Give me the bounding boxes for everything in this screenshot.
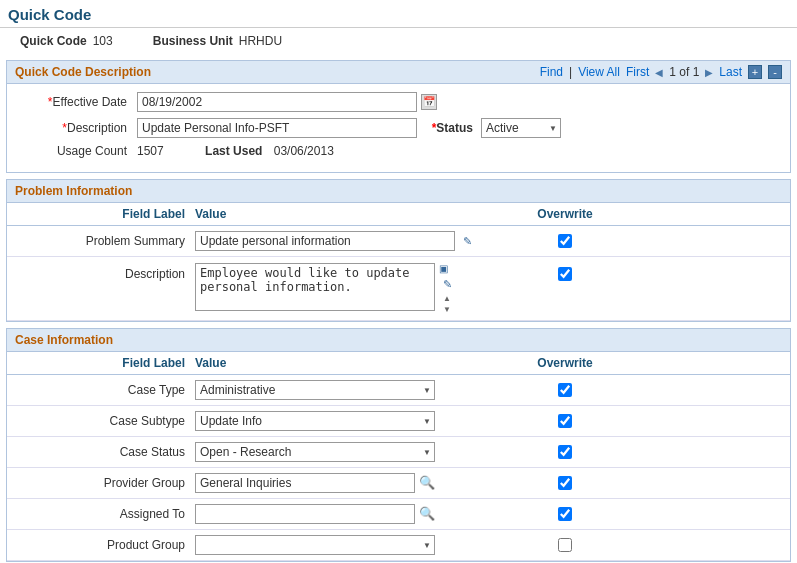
case-col-value: Value — [195, 356, 515, 370]
problem-description-textarea[interactable]: Employee would like to update personal i… — [195, 263, 435, 311]
provider-group-search-icon[interactable]: 🔍 — [419, 475, 435, 491]
problem-description-overwrite-checkbox[interactable] — [558, 267, 572, 281]
case-info-header: Case Information — [7, 329, 790, 352]
problem-summary-input[interactable] — [195, 231, 455, 251]
quick-code-form: *Effective Date 📅 *Description *Status A… — [7, 84, 790, 172]
last-used-label: Last Used — [205, 144, 262, 158]
case-status-label: Case Status — [15, 445, 195, 459]
remove-row-button[interactable]: - — [768, 65, 782, 79]
quick-code-description-header: Quick Code Description Find | View All F… — [7, 61, 790, 84]
quick-code-label: Quick Code — [20, 34, 87, 48]
problem-summary-label: Problem Summary — [15, 234, 195, 248]
case-table-header: Field Label Value Overwrite — [7, 352, 790, 375]
add-row-button[interactable]: + — [748, 65, 762, 79]
problem-summary-overwrite-checkbox[interactable] — [558, 234, 572, 248]
product-group-dropdown-wrap — [195, 535, 435, 555]
case-type-dropdown-wrap: Administrative General Technical — [195, 380, 435, 400]
provider-group-overwrite — [515, 476, 615, 490]
next-arrow-icon[interactable]: ▶ — [705, 67, 713, 78]
assigned-to-row: Assigned To 🔍 — [7, 499, 790, 530]
effective-date-label: *Effective Date — [23, 95, 133, 109]
problem-description-overwrite — [515, 263, 615, 281]
page-title: Quick Code — [0, 0, 797, 28]
scroll-up-icon[interactable]: ▲ — [439, 294, 455, 303]
problem-description-row: Description Employee would like to updat… — [7, 257, 790, 321]
case-status-select[interactable]: Open - Research Closed Pending — [195, 442, 435, 462]
usage-count-label: Usage Count — [23, 144, 133, 158]
description-input[interactable] — [137, 118, 417, 138]
assigned-to-input[interactable] — [195, 504, 415, 524]
description-edit-icon[interactable]: ✎ — [439, 276, 455, 292]
usage-lastused-row: Usage Count 1507 Last Used 03/06/2013 — [23, 144, 774, 158]
pagination-info: 1 of 1 — [669, 65, 699, 79]
last-label[interactable]: Last — [719, 65, 742, 79]
case-subtype-select[interactable]: Update Info New Request Other — [195, 411, 435, 431]
status-label: *Status — [432, 121, 477, 135]
assigned-to-overwrite — [515, 507, 615, 521]
case-subtype-overwrite — [515, 414, 615, 428]
usage-count-value: 1507 — [137, 144, 164, 158]
case-type-value-cell: Administrative General Technical — [195, 380, 515, 400]
section-title-qcd: Quick Code Description — [15, 65, 151, 79]
find-link[interactable]: Find — [540, 65, 563, 79]
expand-icon[interactable]: ▣ — [439, 263, 455, 274]
case-type-overwrite-checkbox[interactable] — [558, 383, 572, 397]
problem-description-value-cell: Employee would like to update personal i… — [195, 263, 515, 314]
effective-date-input[interactable] — [137, 92, 417, 112]
case-status-dropdown-wrap: Open - Research Closed Pending — [195, 442, 435, 462]
assigned-to-overwrite-checkbox[interactable] — [558, 507, 572, 521]
provider-group-value-cell: 🔍 — [195, 473, 515, 493]
assigned-to-value-cell: 🔍 — [195, 504, 515, 524]
case-type-select[interactable]: Administrative General Technical — [195, 380, 435, 400]
business-unit-value: HRHDU — [239, 34, 282, 48]
problem-summary-row: Problem Summary ✎ — [7, 226, 790, 257]
case-status-overwrite — [515, 445, 615, 459]
case-col-field-label: Field Label — [15, 356, 195, 370]
case-subtype-overwrite-checkbox[interactable] — [558, 414, 572, 428]
case-subtype-value-cell: Update Info New Request Other — [195, 411, 515, 431]
problem-description-label: Description — [15, 263, 195, 281]
problem-summary-value-cell: ✎ — [195, 231, 515, 251]
provider-group-overwrite-checkbox[interactable] — [558, 476, 572, 490]
problem-section-title: Problem Information — [15, 184, 132, 198]
product-group-select[interactable] — [195, 535, 435, 555]
view-all-link[interactable]: View All — [578, 65, 620, 79]
case-type-overwrite — [515, 383, 615, 397]
provider-group-label: Provider Group — [15, 476, 195, 490]
edit-icon[interactable]: ✎ — [459, 233, 475, 249]
meta-row: Quick Code 103 Business Unit HRHDU — [0, 28, 797, 54]
last-used-value: 03/06/2013 — [274, 144, 334, 158]
product-group-overwrite — [515, 538, 615, 552]
product-group-value-cell — [195, 535, 515, 555]
scroll-down-icon[interactable]: ▼ — [439, 305, 455, 314]
effective-date-row: *Effective Date 📅 — [23, 92, 774, 112]
status-select[interactable]: Active Inactive — [481, 118, 561, 138]
case-type-label: Case Type — [15, 383, 195, 397]
status-dropdown-wrap: Active Inactive — [481, 118, 561, 138]
first-label[interactable]: First — [626, 65, 649, 79]
problem-information-section: Problem Information Field Label Value Ov… — [6, 179, 791, 322]
problem-col-overwrite: Overwrite — [515, 207, 615, 221]
assigned-to-search-icon[interactable]: 🔍 — [419, 506, 435, 522]
assigned-to-label: Assigned To — [15, 507, 195, 521]
quick-code-value: 103 — [93, 34, 113, 48]
prev-arrow-icon[interactable]: ◀ — [655, 67, 663, 78]
case-subtype-row: Case Subtype Update Info New Request Oth… — [7, 406, 790, 437]
provider-group-input[interactable] — [195, 473, 415, 493]
calendar-icon[interactable]: 📅 — [421, 94, 437, 110]
problem-info-header: Problem Information — [7, 180, 790, 203]
business-unit-label: Business Unit — [153, 34, 233, 48]
case-status-overwrite-checkbox[interactable] — [558, 445, 572, 459]
problem-table-header: Field Label Value Overwrite — [7, 203, 790, 226]
case-subtype-label: Case Subtype — [15, 414, 195, 428]
product-group-row: Product Group — [7, 530, 790, 561]
case-status-value-cell: Open - Research Closed Pending — [195, 442, 515, 462]
product-group-overwrite-checkbox[interactable] — [558, 538, 572, 552]
case-type-row: Case Type Administrative General Technic… — [7, 375, 790, 406]
problem-col-value: Value — [195, 207, 515, 221]
description-status-row: *Description *Status Active Inactive — [23, 118, 774, 138]
provider-group-row: Provider Group 🔍 — [7, 468, 790, 499]
problem-col-field-label: Field Label — [15, 207, 195, 221]
problem-summary-overwrite — [515, 234, 615, 248]
description-label: *Description — [23, 121, 133, 135]
